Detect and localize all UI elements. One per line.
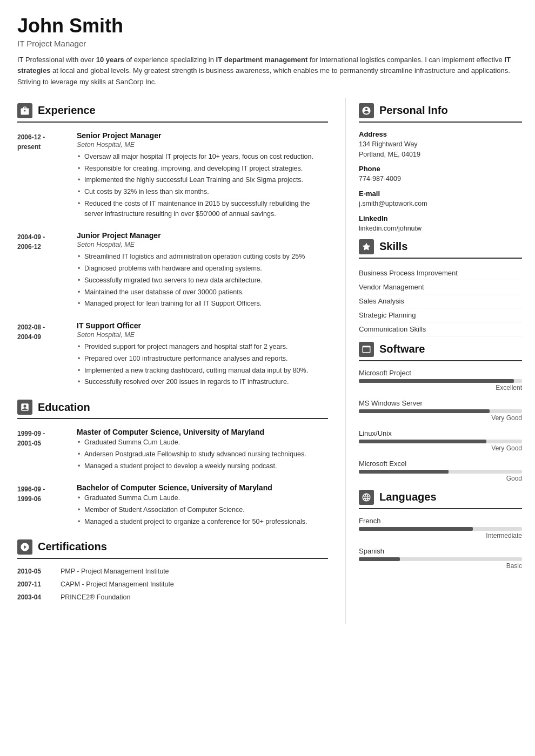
linkedin-label: LinkedIn (359, 214, 522, 222)
education-entry-1: 1999-09 -2001-05 Master of Computer Scie… (17, 428, 328, 473)
bullet: Member of Student Association of Compute… (77, 505, 328, 515)
languages-list: French Intermediate Spanish Basic (359, 517, 522, 570)
cert-entry-3: 2003-04 PRINCE2® Foundation (17, 593, 328, 601)
software-name-1: Microsoft Project (359, 369, 522, 377)
software-name-2: MS Windows Server (359, 399, 522, 407)
bullet: Provided support for project managers an… (77, 342, 328, 352)
address-label: Address (359, 130, 522, 138)
bullet: Responsible for creating, improving, and… (77, 164, 328, 174)
edu-content-1: Master of Computer Science, University o… (77, 428, 328, 473)
software-label-4: Good (359, 475, 522, 482)
bullet: Maintained the user database of over 300… (77, 287, 328, 298)
cert-entry-1: 2010-05 PMP - Project Management Institu… (17, 568, 328, 575)
entry-date-3: 2002-08 -2004-09 (17, 321, 77, 389)
certifications-section-header: Certifications (17, 539, 328, 559)
software-title: Software (379, 343, 425, 355)
experience-entry-2: 2004-09 -2006-12 Junior Project Manager … (17, 231, 328, 310)
cert-date-2: 2007-11 (17, 580, 61, 588)
linkedin-value: linkedin.com/johnutw (359, 224, 522, 234)
software-bar-2 (359, 409, 522, 413)
entry-title-3: IT Support Officer (77, 321, 328, 330)
skill-item-3: Sales Analysis (359, 294, 522, 308)
bullet: Reduced the costs of IT maintenance in 2… (77, 199, 328, 219)
education-entry-2: 1996-09 -1999-06 Bachelor of Computer Sc… (17, 483, 328, 528)
entry-bullets-2: Streamlined IT logistics and administrat… (77, 252, 328, 309)
software-bar-1 (359, 379, 522, 383)
experience-section-header: Experience (17, 103, 328, 123)
cert-name-1: PMP - Project Management Institute (61, 568, 169, 575)
skills-list: Business Process Improvement Vendor Mana… (359, 266, 522, 336)
lang-name-1: French (359, 517, 522, 525)
bullet: Streamlined IT logistics and administrat… (77, 252, 328, 262)
software-bar-4 (359, 470, 522, 474)
bullet: Managed a student project to develop a w… (77, 461, 328, 471)
lang-bar-fill-1 (359, 527, 473, 531)
software-section-header: Software (359, 342, 522, 361)
software-name-3: Linux/Unix (359, 429, 522, 437)
lang-bar-1 (359, 527, 522, 531)
bullet: Managed a student project to organize a … (77, 517, 328, 527)
entry-subtitle-1: Seton Hospital, ME (77, 141, 328, 148)
edu-content-2: Bachelor of Computer Science, University… (77, 483, 328, 528)
entry-bullets-1: Oversaw all major hospital IT projects f… (77, 152, 328, 219)
skill-item-1: Business Process Improvement (359, 266, 522, 280)
bullet: Graduated Summa Cum Laude. (77, 493, 328, 503)
left-column: Experience 2006-12 -present Senior Proje… (0, 98, 346, 624)
email-label: E-mail (359, 190, 522, 198)
email-value: j.smith@uptowork.com (359, 199, 522, 209)
bullet: Andersen Postgraduate Fellowship to stud… (77, 449, 328, 460)
skills-icon (359, 239, 374, 254)
bullet: Oversaw all major hospital IT projects f… (77, 152, 328, 162)
languages-section-header: Languages (359, 490, 522, 509)
certifications-icon (17, 539, 32, 555)
software-bar-fill-1 (359, 379, 514, 383)
bullet: Successfully migrated two servers to new… (77, 275, 328, 286)
software-label-2: Very Good (359, 414, 522, 422)
entry-date-1: 2006-12 -present (17, 131, 77, 221)
skills-section-header: Skills (359, 239, 522, 259)
languages-title: Languages (379, 491, 437, 503)
edu-date-1: 1999-09 -2001-05 (17, 428, 77, 473)
software-item-3: Linux/Unix Very Good (359, 429, 522, 452)
lang-item-2: Spanish Basic (359, 547, 522, 570)
skill-item-4: Strategic Planning (359, 308, 522, 322)
main-layout: Experience 2006-12 -present Senior Proje… (0, 98, 535, 624)
edu-bullets-2: Graduated Summa Cum Laude. Member of Stu… (77, 493, 328, 526)
education-title: Education (38, 401, 90, 414)
skills-title: Skills (379, 240, 407, 253)
software-name-4: Microsoft Excel (359, 460, 522, 468)
candidate-name: John Smith (17, 15, 518, 37)
phone-label: Phone (359, 165, 522, 173)
edu-date-2: 1996-09 -1999-06 (17, 483, 77, 528)
edu-title-1: Master of Computer Science, University o… (77, 428, 328, 436)
lang-label-2: Basic (359, 562, 522, 570)
bullet: Prepared over 100 infrastructure perform… (77, 354, 328, 364)
software-item-1: Microsoft Project Excellent (359, 369, 522, 392)
edu-title-2: Bachelor of Computer Science, University… (77, 483, 328, 492)
edu-bullets-1: Graduated Summa Cum Laude. Andersen Post… (77, 437, 328, 471)
education-entries: 1999-09 -2001-05 Master of Computer Scie… (17, 428, 328, 529)
entry-date-2: 2004-09 -2006-12 (17, 231, 77, 310)
software-icon (359, 342, 374, 357)
cert-name-3: PRINCE2® Foundation (61, 593, 130, 601)
lang-item-1: French Intermediate (359, 517, 522, 539)
experience-title: Experience (38, 104, 96, 117)
skill-item-2: Vendor Management (359, 280, 522, 294)
certifications-entries: 2010-05 PMP - Project Management Institu… (17, 568, 328, 601)
entry-content-1: Senior Project Manager Seton Hospital, M… (77, 131, 328, 221)
education-section-header: Education (17, 400, 328, 419)
entry-subtitle-2: Seton Hospital, ME (77, 241, 328, 248)
lang-bar-fill-2 (359, 557, 400, 561)
entry-title-2: Junior Project Manager (77, 231, 328, 240)
lang-label-1: Intermediate (359, 532, 522, 539)
experience-icon (17, 103, 32, 118)
cert-date-3: 2003-04 (17, 593, 61, 601)
entry-subtitle-3: Seton Hospital, ME (77, 331, 328, 339)
bullet: Implemented a new tracking dashboard, cu… (77, 366, 328, 376)
software-bar-3 (359, 440, 522, 443)
address-value: 134 Rightward WayPortland, ME, 04019 (359, 139, 522, 160)
software-bar-fill-3 (359, 440, 486, 443)
lang-bar-2 (359, 557, 522, 561)
entry-content-3: IT Support Officer Seton Hospital, ME Pr… (77, 321, 328, 389)
entry-bullets-3: Provided support for project managers an… (77, 342, 328, 387)
